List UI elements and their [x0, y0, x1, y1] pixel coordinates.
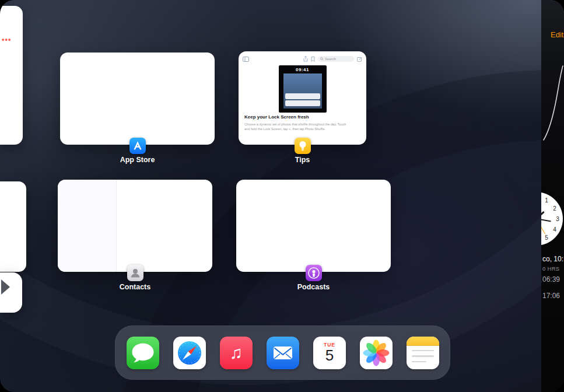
compose-icon: [357, 57, 362, 62]
pinwheel-icon: [360, 337, 393, 369]
person-icon: [127, 265, 143, 281]
contacts-sidebar-divider: [116, 180, 117, 272]
app-card-contacts[interactable]: [58, 180, 212, 272]
app-store-icon[interactable]: [129, 138, 146, 154]
app-card-label: App Store: [60, 156, 215, 164]
compass-icon: [173, 337, 206, 369]
contacts-sidebar-pane: [58, 180, 116, 272]
clock-number: 1: [545, 197, 548, 204]
tips-search-placeholder: Search: [325, 57, 336, 61]
world-clock-time: 17:06: [542, 292, 560, 300]
music-app-icon[interactable]: ♫: [220, 337, 253, 369]
app-card-partial-player[interactable]: [0, 272, 22, 313]
notes-line: [412, 350, 434, 352]
sidebar-icon: [243, 57, 249, 62]
app-store-a-glyph: [129, 138, 146, 154]
app-card-partial-bottom-left[interactable]: [0, 181, 26, 272]
lightbulb-icon: [295, 138, 311, 154]
world-clock-city: co, 10:: [542, 255, 563, 263]
mail-app-icon[interactable]: [267, 337, 299, 369]
clock-number: 3: [556, 216, 559, 222]
messages-app-icon[interactable]: [127, 337, 159, 369]
app-card-label: Tips: [239, 156, 366, 164]
clock-hour-hand: [541, 211, 544, 219]
clock-minute-hand: [541, 218, 551, 222]
speech-bubble-icon: [127, 337, 159, 369]
clock-widget[interactable]: 1 2 3 4 5: [541, 192, 563, 246]
music-note-icon: ♫: [230, 344, 243, 362]
ipad-screen: ••• App Store Search: [0, 0, 564, 392]
app-card-app-store[interactable]: [60, 52, 215, 145]
clock-number: 2: [553, 205, 556, 212]
calendar-app-icon[interactable]: TUE 5: [313, 337, 346, 369]
notes-app-icon[interactable]: [407, 337, 439, 369]
clock-number: 4: [553, 226, 556, 233]
calendar-day: 5: [325, 348, 334, 363]
notes-line: [412, 361, 426, 363]
app-card-label: Podcasts: [236, 283, 391, 291]
dock: ♫ TUE 5: [115, 326, 450, 380]
edit-button[interactable]: Edit: [551, 30, 563, 39]
app-card-label: Contacts: [58, 283, 212, 291]
tips-toolbar: Search: [243, 55, 362, 63]
podcasts-icon[interactable]: [306, 265, 322, 281]
share-icon: [303, 56, 308, 62]
lock-screen-photo: [283, 74, 322, 108]
tips-search-field: Search: [318, 56, 354, 62]
notes-yellow-band: [407, 337, 439, 346]
notification-banner: [285, 93, 320, 99]
photos-app-icon[interactable]: [360, 337, 393, 369]
lock-screen-preview: 09:41: [279, 65, 327, 113]
tips-heading: Keep your Lock Screen fresh: [244, 114, 360, 120]
tips-icon[interactable]: [295, 138, 311, 154]
world-clock-time: 06:39: [542, 275, 560, 284]
tips-body-text: Choose a dynamic set of photos that shuf…: [244, 122, 351, 132]
envelope-icon: [267, 337, 299, 369]
home-screen-edge: Edit 1 2 3 4 5 co, 10: 0 HRS 06:39 17:06: [541, 0, 564, 392]
lock-screen-time: 09:41: [279, 67, 327, 72]
more-menu-icon[interactable]: •••: [2, 35, 12, 44]
app-card-tips[interactable]: Search 09:41 Keep your Lock Screen fresh…: [239, 51, 366, 145]
play-icon: [1, 279, 10, 295]
podcasts-glyph: [306, 265, 322, 281]
notification-banner: [285, 100, 320, 106]
app-card-partial-top-left[interactable]: •••: [0, 6, 23, 145]
search-icon: [320, 57, 324, 61]
app-card-podcasts[interactable]: [236, 180, 391, 272]
clock-number: 5: [545, 235, 548, 241]
notes-line: [412, 355, 434, 357]
chart-line-icon: [541, 61, 564, 143]
contacts-icon[interactable]: [127, 265, 143, 281]
world-clock-offset: 0 HRS: [542, 265, 559, 272]
safari-app-icon[interactable]: [173, 337, 206, 369]
bookmark-icon: [311, 57, 315, 62]
